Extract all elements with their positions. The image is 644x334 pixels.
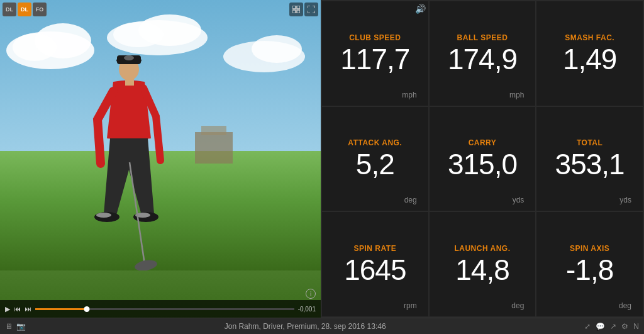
camera-icon[interactable]: 📷: [16, 322, 26, 331]
btn-fo[interactable]: FO: [33, 3, 47, 16]
stat-label-total: TOTAL: [577, 138, 602, 147]
progress-bar[interactable]: [35, 308, 294, 310]
share-icon[interactable]: ↗: [610, 322, 616, 331]
status-icons-left: 🖥 📷: [5, 322, 26, 331]
stat-value-spin-rate: 1645: [344, 255, 406, 284]
chat-icon[interactable]: 💬: [596, 322, 605, 331]
user-icon[interactable]: N: [633, 322, 639, 331]
expand-buttons: [289, 3, 318, 16]
monitor-icon[interactable]: 🖥: [5, 322, 13, 331]
stat-value-total: 353,1: [555, 150, 625, 179]
expand-icon[interactable]: ⤢: [584, 322, 591, 331]
stat-cell-club-speed: 🔊CLUB SPEED117,7mph: [322, 1, 428, 106]
expand-btn-2[interactable]: [304, 3, 318, 16]
stat-value-smash-fac: 1,49: [563, 45, 617, 74]
status-text: Jon Rahm, Driver, Premium, 28. sep 2016 …: [31, 322, 579, 331]
status-icons-right: ⤢ 💬 ↗ ⚙ N: [584, 322, 639, 331]
stat-value-carry: 315,0: [448, 150, 517, 179]
stat-unit-spin-rate: rpm: [404, 301, 422, 310]
video-controls: ▶ ⏮ ⏭ -0,001: [0, 300, 321, 318]
step-forward-button[interactable]: ⏭: [25, 305, 31, 313]
stat-cell-attack-ang: ATTACK ANG.5,2deg: [322, 107, 428, 211]
stat-unit-attack-ang: deg: [404, 196, 422, 204]
svg-rect-25: [297, 6, 300, 9]
stat-label-spin-rate: SPIN RATE: [354, 244, 397, 253]
stat-label-spin-axis: SPIN AXIS: [570, 244, 609, 253]
svg-rect-26: [292, 10, 296, 13]
stat-label-launch-ang: LAUNCH ANG.: [454, 244, 510, 253]
stat-value-ball-speed: 174,9: [448, 45, 517, 74]
stat-value-spin-axis: -1,8: [566, 255, 613, 284]
svg-rect-10: [195, 132, 233, 164]
svg-rect-27: [297, 10, 300, 13]
stat-label-carry: CARRY: [469, 138, 497, 147]
info-icon[interactable]: i: [306, 289, 316, 299]
stat-unit-ball-speed: mph: [509, 91, 529, 99]
stat-unit-club-speed: mph: [402, 91, 421, 99]
svg-rect-11: [201, 126, 226, 135]
status-bar: 🖥 📷 Jon Rahm, Driver, Premium, 28. sep 2…: [0, 318, 644, 334]
stat-cell-smash-fac: SMASH FAC.1,49: [536, 1, 643, 106]
stat-cell-total: TOTAL353,1yds: [536, 107, 643, 211]
svg-point-19: [96, 213, 111, 218]
stat-cell-launch-ang: LAUNCH ANG.14,8deg: [430, 212, 536, 316]
stat-unit-total: yds: [619, 196, 636, 204]
svg-point-4: [13, 33, 57, 61]
stat-cell-ball-speed: BALL SPEED174,9mph: [430, 1, 536, 106]
time-display: -0,001: [298, 306, 316, 313]
stat-value-launch-ang: 14,8: [455, 255, 509, 284]
svg-rect-1: [0, 151, 321, 270]
svg-point-15: [124, 55, 134, 60]
expand-btn-1[interactable]: [289, 3, 303, 16]
stat-value-attack-ang: 5,2: [356, 150, 394, 179]
step-back-button[interactable]: ⏮: [14, 305, 21, 313]
stat-cell-spin-axis: SPIN AXIS-1,8deg: [536, 212, 643, 316]
progress-fill: [35, 308, 87, 310]
stats-panel: 🔊CLUB SPEED117,7mphBALL SPEED174,9mphSMA…: [321, 0, 644, 318]
svg-rect-24: [292, 6, 296, 9]
stat-label-attack-ang: ATTACK ANG.: [348, 138, 402, 147]
stat-unit-spin-axis: deg: [619, 301, 636, 310]
video-overlay: DL DL FO: [0, 0, 321, 318]
stat-unit-carry: yds: [513, 196, 530, 204]
progress-thumb: [84, 306, 90, 312]
stat-unit-launch-ang: deg: [511, 301, 529, 310]
btn-dl1[interactable]: DL: [3, 3, 16, 16]
stat-label-ball-speed: BALL SPEED: [457, 33, 508, 42]
btn-dl2[interactable]: DL: [18, 3, 31, 16]
stat-cell-carry: CARRY315,0yds: [430, 107, 536, 211]
video-background: [0, 0, 321, 270]
play-button[interactable]: ▶: [5, 305, 10, 313]
volume-icon[interactable]: 🔊: [415, 4, 426, 14]
video-panel: DL DL FO: [0, 0, 321, 318]
svg-point-9: [252, 35, 302, 63]
svg-rect-23: [125, 75, 134, 86]
top-bar: DL DL FO: [3, 3, 47, 16]
svg-point-7: [113, 22, 164, 47]
main-content: DL DL FO: [0, 0, 644, 318]
stat-label-club-speed: CLUB SPEED: [349, 33, 401, 42]
settings-icon[interactable]: ⚙: [621, 322, 628, 331]
stat-label-smash-fac: SMASH FAC.: [565, 33, 614, 42]
stat-value-club-speed: 117,7: [340, 45, 409, 74]
stat-cell-spin-rate: SPIN RATE1645rpm: [322, 212, 428, 316]
